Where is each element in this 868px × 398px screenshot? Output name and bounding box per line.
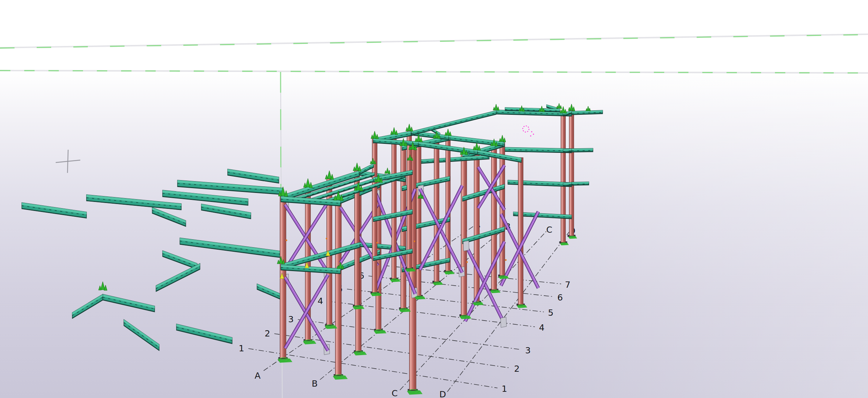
column-shade xyxy=(437,138,439,281)
column-shade xyxy=(465,155,466,315)
loose-beam-member[interactable] xyxy=(103,294,155,312)
column-highlight xyxy=(462,155,463,315)
column-highlight xyxy=(336,200,338,375)
beam-member[interactable] xyxy=(563,149,572,152)
column-highlight xyxy=(500,142,502,275)
beam-top-flange xyxy=(124,320,159,347)
model-viewport-3d[interactable]: AABBCCDD11223344556677 xyxy=(0,0,868,398)
selection-highlight-circle xyxy=(523,126,529,132)
gusset-plate xyxy=(463,241,469,251)
loose-beam-member[interactable] xyxy=(156,263,200,291)
bolt-mark-icon xyxy=(376,242,378,244)
grid-label-1: 1 xyxy=(239,343,244,353)
cone-icon xyxy=(446,129,450,135)
cone-icon xyxy=(408,124,411,131)
selection-highlight-dot xyxy=(530,135,531,136)
erection-direction-marker xyxy=(493,104,499,110)
column-highlight xyxy=(446,136,448,271)
loose-beam-member[interactable] xyxy=(72,294,103,318)
loose-beam-member[interactable] xyxy=(201,204,251,219)
loose-beam-member[interactable] xyxy=(228,169,279,183)
column-highlight xyxy=(475,150,476,302)
selection-highlight-dot xyxy=(531,131,532,132)
column-shade xyxy=(521,158,523,304)
cone-icon xyxy=(327,171,332,179)
grid-label-2: 2 xyxy=(265,328,270,339)
column-shade xyxy=(495,146,496,289)
erection-direction-marker xyxy=(586,106,591,111)
beam-top-flange xyxy=(412,111,496,133)
grid-label-C: C xyxy=(546,225,552,235)
cone-icon xyxy=(392,128,396,135)
grid-label-7: 7 xyxy=(565,280,570,290)
beam-bottom-flange xyxy=(412,114,496,135)
loose-beam-member[interactable] xyxy=(152,207,186,226)
cone-icon xyxy=(101,282,105,290)
loose-beam-member[interactable] xyxy=(176,324,232,344)
grid-label-D: D xyxy=(439,389,446,398)
column-highlight xyxy=(561,113,563,242)
cone-icon xyxy=(586,109,587,111)
column-highlight xyxy=(435,138,436,281)
erection-direction-marker xyxy=(303,178,312,188)
erection-direction-marker xyxy=(568,104,575,111)
beam-top-flange xyxy=(72,294,103,315)
column-shade xyxy=(478,150,479,302)
grid-label-C: C xyxy=(392,388,398,398)
loose-beam-member[interactable] xyxy=(163,251,197,269)
bolt-mark-icon xyxy=(505,259,507,261)
loose-beam-member[interactable] xyxy=(22,203,86,218)
erection-direction-marker xyxy=(519,105,525,111)
beam-member[interactable] xyxy=(572,182,589,185)
erection-direction-marker xyxy=(391,128,398,135)
cone-icon xyxy=(386,168,389,173)
column-highlight xyxy=(408,131,409,268)
column-shade xyxy=(395,135,396,278)
grid-label-6: 6 xyxy=(557,293,563,303)
cone-icon xyxy=(305,178,310,187)
crosshair-icon-v[interactable] xyxy=(67,150,68,173)
grid-label-B: B xyxy=(312,379,318,389)
grid-label-2: 2 xyxy=(514,364,520,374)
column-member[interactable] xyxy=(559,113,567,243)
application-window: AABBCCDD11223344556677 xyxy=(0,0,868,398)
selection-highlight-dot xyxy=(533,133,534,135)
column-member[interactable] xyxy=(517,158,525,306)
grid-line-C[interactable] xyxy=(400,231,547,390)
erection-direction-marker xyxy=(325,171,334,179)
beam-member[interactable] xyxy=(412,111,496,135)
column-shade xyxy=(339,200,341,375)
erection-direction-marker xyxy=(371,131,378,139)
beam-member[interactable] xyxy=(572,148,593,152)
column-member[interactable] xyxy=(390,134,398,280)
beam-bottom-flange xyxy=(72,300,103,318)
erection-direction-marker xyxy=(445,129,451,136)
view-overlays xyxy=(56,150,80,173)
cone-icon xyxy=(501,135,504,141)
erection-direction-marker xyxy=(499,135,506,142)
loose-beam-member[interactable] xyxy=(177,180,283,195)
grid-label-5: 5 xyxy=(548,308,554,318)
column-shade xyxy=(419,142,421,296)
bolt-mark-icon xyxy=(286,240,287,241)
cone-icon xyxy=(373,131,376,138)
column-highlight xyxy=(417,142,418,296)
beam-bottom-flange xyxy=(156,269,200,291)
column-shade xyxy=(375,139,377,292)
cone-icon xyxy=(570,104,573,110)
loose-beam-member[interactable] xyxy=(124,320,159,351)
erection-direction-marker xyxy=(99,282,107,290)
erection-direction-marker xyxy=(385,168,391,174)
erection-direction-marker xyxy=(400,138,407,146)
column-highlight xyxy=(519,158,520,304)
column-shade xyxy=(284,196,285,358)
erection-direction-marker xyxy=(539,106,545,112)
column-shade xyxy=(410,131,411,268)
loose-beam-member[interactable] xyxy=(257,284,283,300)
loose-beam-member[interactable] xyxy=(180,238,283,258)
column-shade xyxy=(564,113,565,242)
erection-direction-marker xyxy=(491,139,498,146)
gusset-plate xyxy=(501,317,506,327)
erection-direction-marker xyxy=(406,124,413,131)
steel-structure-group xyxy=(278,108,603,391)
